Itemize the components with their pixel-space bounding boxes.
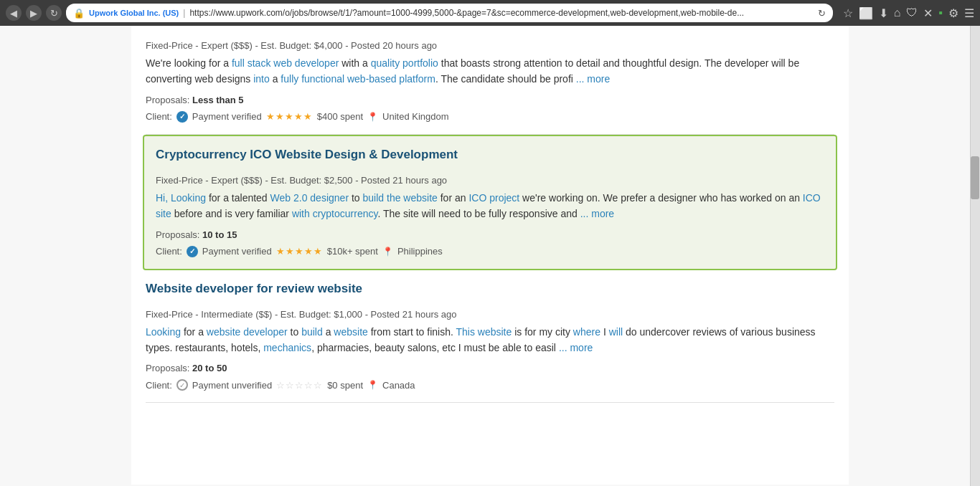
job-card-3: Website developer for review website Fix… (146, 270, 834, 404)
lock-icon: 🔒 (73, 8, 85, 19)
toolbar-icons-group: ☆ ⬜ ⬇ ⌂ 🛡 ✕ ▪ ⚙ ☰ (843, 6, 974, 20)
job2-location-pin-icon: 📍 (382, 247, 393, 257)
job2-desc-link2: build (363, 192, 385, 204)
job2-desc-link7: cryptocurrency (313, 208, 378, 219)
menu-icon[interactable]: ☰ (964, 6, 974, 20)
job3-client-line: Client: ✓ Payment unverified ☆☆☆☆☆ $0 sp… (146, 379, 834, 391)
job2-meta: Fixed-Price - Expert ($$$) - Est. Budget… (156, 168, 824, 190)
job-card-2: Cryptocurrency ICO Website Design & Deve… (143, 135, 837, 270)
green-square-icon: ▪ (938, 6, 943, 19)
job1-payment-status: Payment verified (192, 111, 262, 122)
refresh-button[interactable]: ↻ (46, 5, 62, 21)
scrollbar-track[interactable] (970, 26, 980, 485)
job3-stars: ☆☆☆☆☆ (276, 380, 323, 391)
job3-desc-link3: website (334, 326, 367, 338)
job1-stars: ★★★★★ (266, 111, 313, 122)
url-bar[interactable]: 🔒 Upwork Global Inc. (US) | https://www.… (66, 4, 833, 22)
job2-desc-link3: the website (387, 192, 438, 204)
scrollbar-thumb[interactable] (971, 156, 979, 199)
job3-proposals-value: 20 to 50 (192, 363, 227, 373)
job2-proposals-value: 10 to 15 (202, 229, 237, 240)
job1-client-line: Client: ✓ Payment verified ★★★★★ $400 sp… (146, 111, 834, 123)
job3-desc-link2: build (301, 326, 323, 338)
browser-toolbar: ◀ ▶ ↻ 🔒 Upwork Global Inc. (US) | https:… (0, 0, 980, 26)
job3-desc-link1: website developer (207, 326, 288, 338)
shield-icon[interactable]: 🛡 (906, 6, 918, 19)
url-separator: | (183, 8, 185, 18)
job3-amount-spent: $0 spent (327, 380, 363, 391)
job2-stars: ★★★★★ (276, 246, 323, 257)
job1-more-link[interactable]: ... more (576, 73, 610, 85)
forward-button[interactable]: ▶ (26, 5, 42, 21)
job1-desc-link2: quality portfolio (371, 57, 438, 69)
job1-amount-spent: $400 spent (317, 111, 363, 122)
job1-location: United Kingdom (382, 111, 449, 122)
main-content: Fixed-Price - Expert ($$$) - Est. Budget… (131, 26, 849, 485)
job2-desc-link1: Web 2.0 designer (270, 192, 349, 204)
job3-proposals: Proposals: 20 to 50 (146, 363, 834, 373)
job3-unverified-icon: ✓ (176, 379, 188, 391)
job1-meta: Fixed-Price - Expert ($$$) - Est. Budget… (146, 33, 834, 55)
refresh-icon-small: ↻ (818, 8, 826, 19)
job2-more-link[interactable]: ... more (580, 208, 614, 219)
home-icon[interactable]: ⌂ (894, 6, 901, 19)
job3-payment-status: Payment unverified (192, 380, 272, 391)
job3-desc-link4: This website (456, 326, 512, 338)
job1-proposals: Proposals: Less than 5 (146, 95, 834, 105)
job3-desc-link5: where (573, 326, 600, 338)
close-x-icon[interactable]: ✕ (923, 6, 933, 20)
job3-title[interactable]: Website developer for review website (146, 282, 834, 296)
job1-location-pin-icon: 📍 (367, 112, 378, 122)
back-button[interactable]: ◀ (6, 5, 22, 21)
job3-desc-link6: will (609, 326, 623, 338)
job3-location-pin-icon: 📍 (367, 380, 378, 390)
job3-meta: Fixed-Price - Intermediate ($$) - Est. B… (146, 302, 834, 324)
job1-desc-link4: fully functional web-based platform (281, 73, 435, 85)
job3-location: Canada (382, 380, 415, 391)
job1-description: We're looking for a full stack web devel… (146, 55, 834, 87)
job3-more-link[interactable]: ... more (559, 342, 593, 353)
screenshot-icon[interactable]: ⬜ (859, 6, 873, 20)
job2-client-line: Client: ✓ Payment verified ★★★★★ $10k+ s… (156, 246, 824, 257)
job2-desc-link4: ICO project (468, 192, 519, 204)
job2-amount-spent: $10k+ spent (327, 246, 378, 257)
job2-desc-link6: with (292, 208, 310, 219)
job3-description: Looking for a website developer to build… (146, 324, 834, 356)
job2-proposals: Proposals: 10 to 15 (156, 229, 824, 240)
url-text: https://www.upwork.com/o/jobs/browse/t/1… (189, 8, 813, 18)
job-card-1: Fixed-Price - Expert ($$$) - Est. Budget… (146, 26, 834, 135)
job2-payment-status: Payment verified (202, 246, 272, 257)
job2-verified-icon: ✓ (187, 246, 198, 257)
job1-desc-link3: into (253, 73, 270, 85)
job1-verified-icon: ✓ (176, 111, 188, 123)
bookmark-star-icon[interactable]: ☆ (843, 6, 853, 20)
settings-icon[interactable]: ⚙ (948, 6, 958, 20)
job3-desc-link7: mechanics (263, 342, 311, 353)
job1-proposals-value: Less than 5 (192, 95, 244, 105)
job1-desc-link1: full stack web developer (232, 57, 339, 69)
job2-location: Philippines (397, 246, 443, 257)
job2-description: Hi, Looking for a talented Web 2.0 desig… (156, 190, 824, 222)
download-icon[interactable]: ⬇ (879, 6, 888, 20)
job2-title[interactable]: Cryptocurrency ICO Website Design & Deve… (156, 148, 824, 162)
site-identity: Upwork Global Inc. (US) (89, 9, 179, 17)
